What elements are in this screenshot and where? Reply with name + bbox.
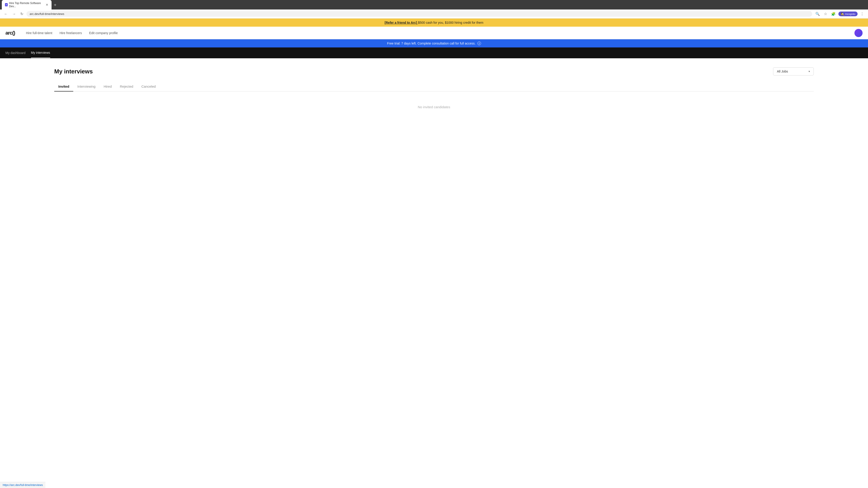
trial-text: Free trial: 7 days left. Complete consul…	[387, 41, 475, 45]
nav-hire-fulltime[interactable]: Hire full-time talent	[26, 31, 53, 35]
nav-hire-fulltime-label: Hire full-time talent	[26, 31, 53, 35]
page-header: My interviews All Jobs ▾	[54, 67, 814, 75]
tab-canceled[interactable]: Canceled	[137, 82, 160, 92]
incognito-label: Incognito	[845, 13, 855, 15]
forward-button[interactable]: →	[11, 11, 17, 17]
jobs-dropdown[interactable]: All Jobs ▾	[773, 67, 814, 75]
empty-state: No invited candidates	[54, 92, 814, 123]
tab-rejected[interactable]: Rejected	[116, 82, 137, 92]
promo-banner: [Refer a friend to Arc] $500 cash for yo…	[0, 19, 868, 27]
main-nav: arc() Hire full-time talent Hire freelan…	[0, 27, 868, 39]
nav-hire-freelancers-label: Hire freelancers	[59, 31, 82, 35]
tab-close-button[interactable]: ✕	[46, 3, 49, 6]
search-button[interactable]: 🔍	[814, 11, 821, 17]
incognito-badge: 🕵 Incognito	[838, 11, 858, 16]
browser-chrome: A Hire Top Remote Software Dev... ✕ + ← …	[0, 0, 868, 19]
promo-link-text: [Refer a friend to Arc]	[385, 21, 417, 24]
tab-hired-label: Hired	[103, 85, 112, 88]
subnav-interviews[interactable]: My interviews	[31, 48, 50, 58]
back-button[interactable]: ←	[3, 11, 9, 17]
tab-invited[interactable]: Invited	[54, 82, 73, 92]
chevron-down-icon: ▾	[809, 70, 810, 73]
logo[interactable]: arc()	[5, 30, 15, 36]
tab-favicon: A	[5, 3, 8, 6]
promo-link[interactable]: [Refer a friend to Arc]	[385, 21, 418, 24]
tab-title: Hire Top Remote Software Dev...	[9, 2, 43, 8]
nav-hire-freelancers[interactable]: Hire freelancers	[59, 31, 82, 35]
incognito-icon: 🕵	[841, 12, 844, 15]
nav-edit-company-label: Edit company profile	[89, 31, 118, 35]
active-tab[interactable]: A Hire Top Remote Software Dev... ✕	[2, 0, 52, 9]
new-tab-button[interactable]: +	[52, 2, 58, 8]
address-bar[interactable]: arc.dev/full-time/interviews	[26, 11, 812, 17]
page-title: My interviews	[54, 68, 93, 75]
subnav-dashboard[interactable]: My dashboard	[5, 48, 26, 58]
subnav-dashboard-label: My dashboard	[5, 51, 26, 55]
toolbar-actions: 🔍 ☆ 🧩 🕵 Incognito ⋮	[814, 11, 865, 17]
tab-hired[interactable]: Hired	[99, 82, 116, 92]
main-content: My interviews All Jobs ▾ Invited Intervi…	[0, 58, 868, 131]
reload-button[interactable]: ↻	[19, 11, 25, 17]
tab-canceled-label: Canceled	[141, 85, 156, 88]
jobs-dropdown-button[interactable]: All Jobs ▾	[773, 67, 814, 75]
tab-interviewing[interactable]: Interviewing	[73, 82, 99, 92]
promo-description: $500 cash for you, $1000 hiring credit f…	[418, 21, 484, 24]
tab-invited-label: Invited	[58, 85, 69, 88]
browser-toolbar: ← → ↻ arc.dev/full-time/interviews 🔍 ☆ 🧩…	[0, 9, 868, 19]
avatar[interactable]	[855, 29, 863, 37]
trial-banner: Free trial: 7 days left. Complete consul…	[0, 39, 868, 47]
url-display: arc.dev/full-time/interviews	[30, 12, 809, 15]
tab-rejected-label: Rejected	[120, 85, 133, 88]
subnav-interviews-label: My interviews	[31, 51, 50, 55]
tab-interviewing-label: Interviewing	[77, 85, 95, 88]
info-icon[interactable]: i	[477, 41, 481, 45]
sub-nav: My dashboard My interviews	[0, 47, 868, 58]
empty-state-text: No invited candidates	[418, 105, 450, 109]
bookmark-button[interactable]: ☆	[823, 11, 829, 17]
page-wrapper: [Refer a friend to Arc] $500 cash for yo…	[0, 19, 868, 131]
tabs-bar: Invited Interviewing Hired Rejected Canc…	[54, 82, 814, 92]
menu-button[interactable]: ⋮	[859, 11, 865, 17]
extensions-button[interactable]: 🧩	[830, 11, 837, 17]
tab-bar: A Hire Top Remote Software Dev... ✕ +	[0, 0, 868, 9]
nav-edit-company[interactable]: Edit company profile	[89, 31, 118, 35]
dropdown-label: All Jobs	[777, 70, 788, 73]
